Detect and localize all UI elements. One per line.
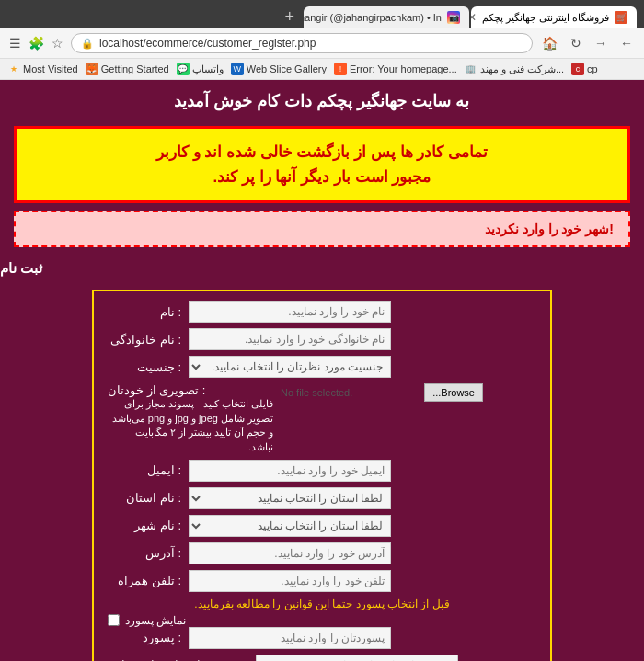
file-upload-row: No file selected. ...Browse bbox=[281, 383, 483, 402]
bookmark-star-icon: ★ bbox=[7, 63, 20, 75]
extensions-btn[interactable]: 🧩 bbox=[27, 34, 46, 52]
photo-label: : تصویری از خودتان bbox=[108, 383, 205, 397]
form-wrapper: : نام : نام خانوادگی جنسیت مورد نظرتان ر… bbox=[0, 285, 644, 661]
phone-row: : تلفن همراه bbox=[108, 570, 536, 592]
gender-label: : جنسیت bbox=[108, 360, 181, 374]
lock-icon: 🔒 bbox=[81, 38, 94, 50]
warning-box: تمامی کادر ها پس از بازگشت خالی شده اند … bbox=[14, 126, 630, 203]
bookmark-getting-started[interactable]: 🦊 Getting Started bbox=[86, 63, 169, 75]
file-name-text: No file selected. bbox=[281, 387, 419, 398]
name-row: : نام bbox=[108, 301, 536, 323]
show-password-label: نمایش پسورد bbox=[125, 614, 186, 627]
province-select[interactable]: لطفا استان را انتخاب نمایید bbox=[189, 487, 391, 509]
form-container: : نام : نام خانوادگی جنسیت مورد نظرتان ر… bbox=[92, 290, 552, 661]
city-row: لطفا استان را انتخاب نمایید : نام شهر bbox=[108, 515, 536, 537]
bookmark-error[interactable]: ! Error: Your homepage... bbox=[334, 63, 457, 75]
photo-label-area: : تصویری از خودتان فایلی انتخاب کنید - پ… bbox=[108, 383, 273, 454]
tab-bar: 🛒 فروشگاه اینترنتی جهانگیر پچکم ✕ 📷 jaha… bbox=[7, 6, 637, 28]
new-tab-button[interactable]: + bbox=[277, 6, 302, 28]
forward-button[interactable]: → bbox=[591, 34, 611, 52]
phone-label: : تلفن همراه bbox=[108, 574, 181, 587]
tab-close-btn[interactable]: ✕ bbox=[471, 11, 477, 24]
confirm-password-input[interactable] bbox=[256, 655, 458, 661]
bookmark-err-icon: ! bbox=[334, 63, 347, 75]
welcome-header: به سایت جهانگیر پچکم دات کام خوش آمدید bbox=[0, 80, 644, 119]
bookmark-company-icon: 🏢 bbox=[465, 63, 477, 75]
show-password-row: نمایش پسورد bbox=[108, 614, 536, 627]
bookmark-ff-icon: 🦊 bbox=[86, 63, 98, 75]
browser-chrome: 🛒 فروشگاه اینترنتی جهانگیر پچکم ✕ 📷 jaha… bbox=[0, 0, 644, 28]
photo-row: No file selected. ...Browse : تصویری از … bbox=[108, 383, 536, 454]
bookmark-getting-started-label: Getting Started bbox=[101, 63, 169, 74]
bookmark-star-btn[interactable]: ☆ bbox=[50, 34, 65, 52]
province-row: لطفا استان را انتخاب نمایید : نام استان bbox=[108, 487, 536, 509]
show-password-checkbox[interactable] bbox=[108, 614, 120, 626]
bookmark-web-slice[interactable]: W Web Slice Gallery bbox=[231, 63, 327, 75]
email-row: : ایمیل bbox=[108, 460, 536, 482]
province-label: : نام استان bbox=[108, 491, 181, 505]
name-input[interactable] bbox=[189, 301, 391, 323]
bookmark-cp-icon: c bbox=[571, 63, 584, 75]
bookmark-cp[interactable]: c cp bbox=[571, 63, 598, 75]
address-input[interactable] bbox=[189, 542, 391, 564]
tab-instagram[interactable]: 📷 jahangir (@jahangirpachkam) • In... ✕ bbox=[304, 6, 469, 28]
tab-insta-label: jahangir (@jahangirpachkam) • In... bbox=[304, 12, 442, 23]
family-row: : نام خانوادگی bbox=[108, 328, 536, 350]
home-button[interactable]: 🏠 bbox=[538, 34, 561, 52]
tab-active[interactable]: 🛒 فروشگاه اینترنتی جهانگیر پچکم ✕ bbox=[471, 6, 637, 28]
bookmarks-bar: ★ Most Visited 🦊 Getting Started 💬 واتسا… bbox=[0, 59, 644, 80]
email-label: : ایمیل bbox=[108, 463, 181, 477]
email-input[interactable] bbox=[189, 460, 391, 482]
tab-shop-icon: 🛒 bbox=[615, 11, 627, 24]
error-city-text: !شهر خود را وارد نکردید bbox=[485, 222, 614, 236]
city-select[interactable]: لطفا استان را انتخاب نمایید bbox=[189, 515, 391, 537]
address-label: : آدرس bbox=[108, 546, 181, 560]
section-title: ثبت نام bbox=[0, 260, 42, 279]
city-label: : نام شهر bbox=[108, 519, 181, 532]
bookmark-web-icon: W bbox=[231, 63, 244, 75]
browse-button[interactable]: ...Browse bbox=[424, 383, 483, 402]
address-row: : آدرس bbox=[108, 542, 536, 564]
confirm-password-row: : پسورد را دوباره وارد نمایید bbox=[108, 655, 536, 661]
name-label: : نام bbox=[108, 305, 181, 319]
section-title-row: ثبت نام bbox=[0, 255, 644, 281]
page-content: به سایت جهانگیر پچکم دات کام خوش آمدید ت… bbox=[0, 80, 644, 661]
bookmark-cp-label: cp bbox=[587, 63, 598, 74]
phone-input[interactable] bbox=[189, 570, 391, 592]
family-label: : نام خانوادگی bbox=[108, 333, 181, 347]
refresh-button[interactable]: ↻ bbox=[567, 34, 585, 52]
address-box[interactable]: 🔒 localhost/ecommerce/customer_register.… bbox=[71, 33, 533, 53]
address-bar-row: ← → ↻ 🏠 🔒 localhost/ecommerce/customer_r… bbox=[0, 28, 644, 59]
tab-insta-icon: 📷 bbox=[447, 11, 460, 24]
warning-text: تمامی کادر ها پس از بازگشت خالی شده اند … bbox=[31, 140, 613, 189]
file-note: فایلی انتخاب کنید - پسوند مجاز برای تصوی… bbox=[108, 397, 273, 454]
family-input[interactable] bbox=[189, 328, 391, 350]
password-row: : پسورد bbox=[108, 627, 536, 649]
tab-active-label: فروشگاه اینترنتی جهانگیر پچکم bbox=[482, 12, 609, 24]
welcome-text: به سایت جهانگیر پچکم دات کام خوش آمدید bbox=[174, 92, 469, 110]
back-button[interactable]: ← bbox=[616, 34, 637, 52]
bookmark-most-visited[interactable]: ★ Most Visited bbox=[7, 63, 78, 75]
bookmark-web-slice-label: Web Slice Gallery bbox=[247, 63, 327, 74]
bookmark-whatsapp-label: واتساپ bbox=[192, 63, 224, 75]
password-note: قبل از انتخاب پسورد حتما این قوانین را م… bbox=[108, 598, 536, 610]
toolbar-icons: ☆ 🧩 ☰ bbox=[7, 34, 65, 52]
bookmark-whatsapp[interactable]: 💬 واتساپ bbox=[177, 63, 224, 75]
bookmark-wa-icon: 💬 bbox=[177, 63, 190, 75]
bookmark-most-visited-label: Most Visited bbox=[23, 63, 78, 74]
gender-select[interactable]: جنسیت مورد نظرتان را انتخاب نمایید. مرد … bbox=[189, 356, 391, 378]
error-alert: !شهر خود را وارد نکردید bbox=[14, 211, 630, 247]
password-label: : پسورد bbox=[108, 631, 181, 644]
url-text: localhost/ecommerce/customer_register.ph… bbox=[99, 37, 523, 50]
menu-btn[interactable]: ☰ bbox=[7, 34, 23, 52]
photo-upload-area: No file selected. ...Browse bbox=[281, 383, 483, 402]
bookmark-company[interactable]: 🏢 شرکت فنی و مهند... bbox=[465, 63, 564, 75]
password-input[interactable] bbox=[189, 627, 391, 649]
bookmark-error-label: Error: Your homepage... bbox=[350, 63, 457, 74]
gender-row: جنسیت مورد نظرتان را انتخاب نمایید. مرد … bbox=[108, 356, 536, 378]
bookmark-company-label: شرکت فنی و مهند... bbox=[480, 63, 564, 75]
